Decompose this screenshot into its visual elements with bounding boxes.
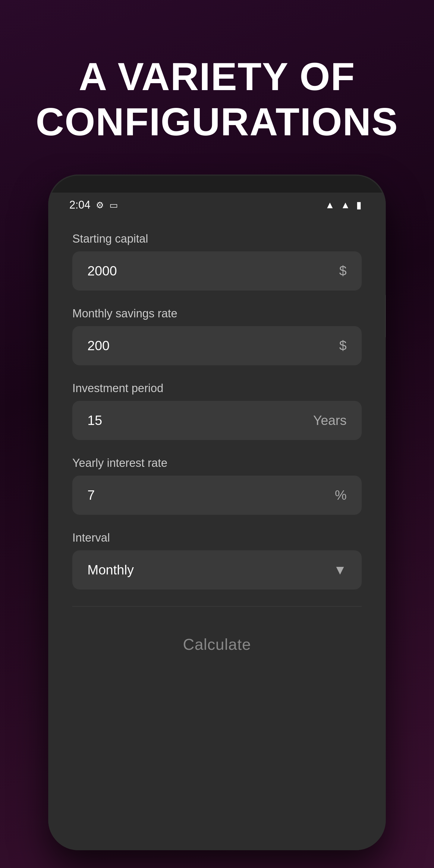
yearly-interest-input[interactable]: 7 % (72, 475, 362, 515)
starting-capital-group: Starting capital 2000 $ (72, 232, 362, 290)
status-time: 2:04 (69, 198, 90, 211)
status-right: ▲ ▲ ▮ (325, 199, 362, 211)
monthly-savings-label: Monthly savings rate (72, 307, 362, 320)
phone-frame: 2:04 ⚙ ▭ ▲ ▲ ▮ Starting capital 2000 $ M… (48, 175, 386, 850)
calculate-button[interactable]: Calculate (72, 619, 362, 670)
gear-icon: ⚙ (96, 200, 104, 210)
monthly-savings-input[interactable]: 200 $ (72, 326, 362, 365)
yearly-interest-unit: % (335, 488, 347, 503)
yearly-interest-group: Yearly interest rate 7 % (72, 457, 362, 515)
interval-dropdown[interactable]: Monthly ▼ (72, 550, 362, 590)
divider (72, 606, 362, 607)
starting-capital-input[interactable]: 2000 $ (72, 251, 362, 290)
starting-capital-value: 2000 (87, 264, 339, 278)
investment-period-label: Investment period (72, 382, 362, 395)
header-section: A VARIETY OF CONFIGURATIONS (0, 0, 434, 175)
yearly-interest-label: Yearly interest rate (72, 457, 362, 470)
page-title: A VARIETY OF CONFIGURATIONS (36, 54, 398, 144)
starting-capital-label: Starting capital (72, 232, 362, 245)
wifi-icon: ▲ (325, 199, 335, 211)
yearly-interest-value: 7 (87, 488, 335, 503)
monthly-savings-group: Monthly savings rate 200 $ (72, 307, 362, 365)
status-bar: 2:04 ⚙ ▭ ▲ ▲ ▮ (48, 193, 386, 217)
interval-group: Interval Monthly ▼ (72, 531, 362, 590)
investment-period-group: Investment period 15 Years (72, 382, 362, 440)
clipboard-icon: ▭ (110, 200, 118, 210)
monthly-savings-value: 200 (87, 338, 339, 353)
interval-value: Monthly (87, 562, 333, 578)
chevron-down-icon: ▼ (333, 562, 347, 578)
interval-label: Interval (72, 531, 362, 544)
investment-period-input[interactable]: 15 Years (72, 401, 362, 440)
monthly-savings-unit: $ (339, 338, 347, 353)
battery-icon: ▮ (356, 199, 362, 211)
investment-period-value: 15 (87, 413, 313, 428)
signal-icon: ▲ (341, 199, 350, 211)
app-content: Starting capital 2000 $ Monthly savings … (48, 217, 386, 850)
starting-capital-unit: $ (339, 264, 347, 278)
investment-period-unit: Years (313, 413, 347, 428)
status-left: 2:04 ⚙ ▭ (69, 198, 118, 211)
